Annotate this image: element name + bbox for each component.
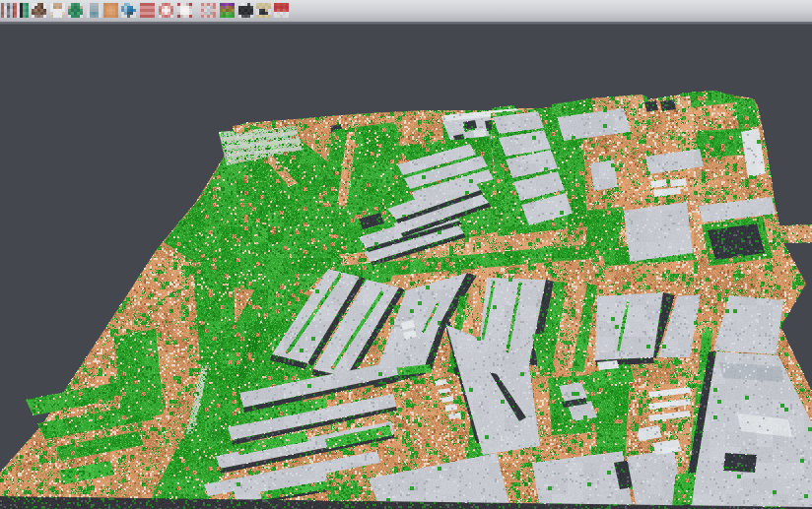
vegetation-icon[interactable] [68,3,83,18]
report-icon[interactable] [274,3,289,18]
orthophoto-icon[interactable] [103,3,118,18]
toolbar [0,0,812,22]
icon-cell [170,15,173,18]
icon-cell [80,15,83,18]
icon-cell [213,15,216,18]
region-box-icon[interactable] [177,3,192,18]
terrain-icon[interactable] [32,3,46,18]
classification-icon[interactable] [220,3,235,18]
sample-icon[interactable] [87,3,102,18]
icon-cell [152,15,155,18]
registration-icon[interactable] [14,3,29,18]
icon-cell [232,15,235,18]
icon-cell [43,15,46,18]
viewport-3d[interactable] [0,22,812,509]
icon-cell [62,15,65,18]
icon-cell [99,15,102,18]
camera-icon[interactable] [256,3,271,18]
region-circle-icon[interactable] [159,3,173,18]
icon-cell [268,15,271,18]
point-cloud-scene[interactable] [0,22,812,509]
icon-cell [133,15,136,18]
icon-cell [26,15,29,18]
render-icon[interactable] [238,3,253,18]
layers-icon[interactable] [140,3,155,18]
mesh-icon[interactable] [50,3,65,18]
icon-cell [189,15,192,18]
tiles-icon[interactable] [121,3,136,18]
clip-box-icon[interactable] [201,3,216,18]
icon-cell [115,15,118,18]
icon-cell [250,15,253,18]
application-window [0,0,812,509]
icon-cell [286,15,289,18]
